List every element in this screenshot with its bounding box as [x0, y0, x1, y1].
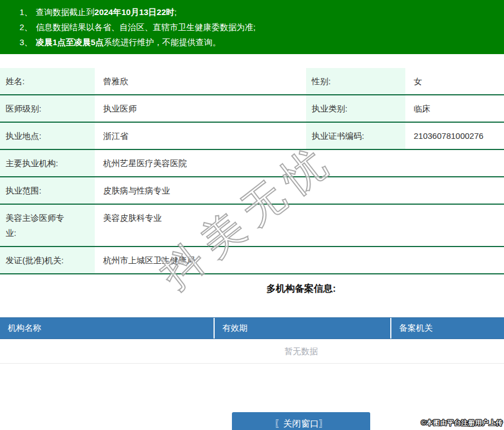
- table-row: 发证(批准)机关: 杭州市上城区卫生健康局: [0, 247, 504, 274]
- field-value-cosmetic-specialty: 美容皮肤科专业: [96, 205, 504, 246]
- page: 1、查询数据截止到2024年10月13日22时; 2、信息数据结果以各省、自治区…: [0, 0, 504, 430]
- field-value-issuing-authority: 杭州市上城区卫生健康局: [96, 247, 504, 273]
- multi-org-section-title: 多机构备案信息:: [0, 282, 504, 296]
- field-label-certificate-number: 执业证书编码:: [305, 123, 406, 149]
- close-window-button[interactable]: 〖关闭窗口〗: [232, 412, 370, 430]
- field-value-practice-category: 临床: [406, 95, 504, 122]
- field-label-main-institution: 主要执业机构:: [0, 150, 96, 176]
- notice-text: ;: [175, 7, 177, 17]
- field-value-gender: 女: [406, 68, 504, 94]
- doctor-profile-table: 姓名: 曾雅欣 性别: 女 医师级别: 执业医师 执业类别: 临床 执业地点: …: [0, 68, 504, 274]
- notice-banner: 1、查询数据截止到2024年10月13日22时; 2、信息数据结果以各省、自治区…: [0, 0, 504, 54]
- field-value-name: 曾雅欣: [96, 68, 305, 94]
- org-table-header: 机构名称 有效期 备案机关: [0, 317, 504, 339]
- table-row: 执业范围: 皮肤病与性病专业: [0, 177, 504, 205]
- column-header-validity-period: 有效期: [214, 318, 390, 339]
- notice-text: 信息数据结果以各省、自治区、直辖市卫生健康委数据为准;: [36, 22, 255, 32]
- field-value-doctor-level: 执业医师: [96, 95, 305, 122]
- notice-text-bold: 凌晨1点至凌晨5点: [36, 37, 104, 47]
- table-row: 姓名: 曾雅欣 性别: 女: [0, 68, 504, 95]
- field-value-practice-scope: 皮肤病与性病专业: [96, 177, 504, 204]
- notice-number: 2、: [20, 22, 32, 32]
- notice-text: 查询数据截止到: [36, 7, 94, 17]
- notice-line-2: 2、信息数据结果以各省、自治区、直辖市卫生健康委数据为准;: [20, 20, 498, 35]
- notice-number: 3、: [20, 37, 32, 47]
- field-label-cosmetic-specialty: 美容主诊医师专业:: [0, 205, 96, 246]
- field-label-practice-scope: 执业范围:: [0, 177, 96, 204]
- button-area: 〖关闭窗口〗: [0, 412, 504, 430]
- field-label-issuing-authority: 发证(批准)机关:: [0, 247, 96, 273]
- notice-text-bold: 2024年10月13日22时: [94, 7, 174, 17]
- table-row: 美容主诊医师专业: 美容皮肤科专业: [0, 205, 504, 247]
- field-label-doctor-level: 医师级别:: [0, 95, 96, 122]
- column-header-filing-authority: 备案机关: [390, 318, 504, 339]
- field-value-practice-location: 浙江省: [96, 123, 305, 149]
- field-value-certificate-number: 210360781000276: [406, 123, 504, 149]
- field-label-gender: 性别:: [305, 68, 406, 94]
- field-value-main-institution: 杭州艺星医疗美容医院: [96, 150, 504, 176]
- field-label-name: 姓名:: [0, 68, 96, 94]
- table-row: 主要执业机构: 杭州艺星医疗美容医院: [0, 150, 504, 177]
- notice-text: 系统进行维护，不能提供查询。: [104, 37, 221, 47]
- table-row: 医师级别: 执业医师 执业类别: 临床: [0, 95, 504, 123]
- org-table-empty-state: 暂无数据: [0, 339, 504, 364]
- notice-number: 1、: [20, 7, 32, 17]
- column-header-institution-name: 机构名称: [0, 318, 214, 339]
- table-row: 执业地点: 浙江省 执业证书编码: 210360781000276: [0, 123, 504, 150]
- field-label-practice-location: 执业地点:: [0, 123, 96, 149]
- notice-line-3: 3、凌晨1点至凌晨5点系统进行维护，不能提供查询。: [20, 35, 498, 50]
- notice-line-1: 1、查询数据截止到2024年10月13日22时;: [20, 4, 498, 20]
- field-label-practice-category: 执业类别:: [305, 95, 406, 122]
